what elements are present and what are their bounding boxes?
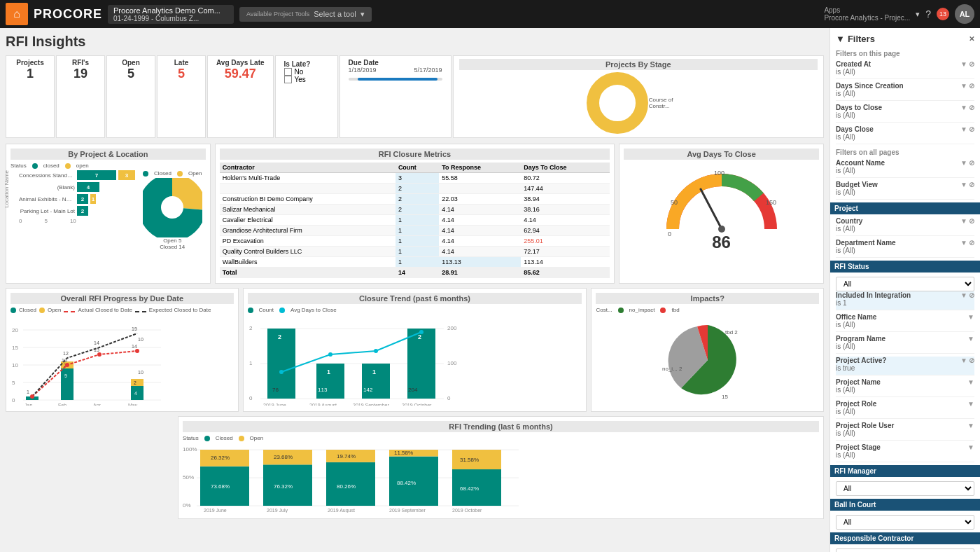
eraser-icon5[interactable]: ⊘ (969, 159, 974, 167)
col-contractor[interactable]: Contractor (220, 163, 396, 173)
date-slider[interactable] (349, 78, 442, 81)
svg-text:19: 19 (132, 326, 137, 331)
help-button[interactable]: ? (925, 8, 931, 20)
closure-table: Contractor Count To Response Days To Clo… (220, 163, 610, 278)
svg-text:14: 14 (94, 340, 99, 345)
actual-line (64, 311, 75, 312)
table-row: Grandiose Architectural Firm 1 4.14 62.9… (220, 226, 610, 236)
project-name-label: Project Name ▼ (836, 378, 974, 386)
closed-bar-1: 4 (77, 182, 99, 192)
contractor-0: Holden's Multi-Trade (220, 173, 396, 184)
svg-text:11.58%: 11.58% (394, 450, 413, 456)
gauge-chart: 0 50 100 150 (662, 163, 781, 240)
avg-label: Avg Days to Close (290, 307, 337, 313)
projects-stage-card: Projects By Stage Course of Constr... (453, 55, 824, 138)
trending-title: RFI Trending (last 6 months) (183, 421, 819, 432)
charts-row-2: Overall RFI Progress by Due Date Closed … (6, 288, 824, 412)
trend-open-dot (239, 436, 244, 441)
sort-icon7[interactable]: ▼ (960, 217, 967, 225)
due-date-label: Due Date (349, 59, 442, 67)
page-title: RFI Insights (6, 34, 824, 50)
project-selector[interactable]: Procore Analytics Demo Com... 01-24-1999… (108, 5, 234, 24)
trend-legend: Count Avg Days to Close (248, 307, 582, 313)
sort-icon4[interactable]: ▼ (960, 125, 967, 133)
no-label: No (295, 68, 304, 76)
eraser-icon4[interactable]: ⊘ (969, 125, 974, 133)
responsible-contractor-dropdown[interactable]: All (836, 548, 974, 552)
actual-label: Actual Closed to Date (78, 307, 132, 313)
sort-icon12[interactable]: ▼ (960, 357, 967, 364)
user-avatar[interactable]: AL (955, 4, 974, 24)
project-role-label: Project Role ▼ (836, 400, 974, 408)
col-days-close[interactable]: Days To Close (521, 163, 610, 173)
count-8: 1 (396, 257, 439, 268)
svg-text:15: 15 (722, 394, 728, 400)
no-checkbox[interactable] (284, 68, 292, 76)
totals-row: Total 14 28.91 85.62 (220, 268, 610, 278)
eraser-icon2[interactable]: ⊘ (969, 82, 974, 90)
eraser-icon12[interactable]: ⊘ (969, 357, 974, 364)
filter-country: Country ▼ ⊘ is (All) (836, 217, 974, 236)
sort-icon11[interactable]: ▼ (967, 335, 974, 343)
sort-icon3[interactable]: ▼ (960, 104, 967, 111)
eraser-icon6[interactable]: ⊘ (969, 181, 974, 188)
days-close2-value: is (All) (836, 133, 974, 141)
tbd-dot-red (660, 308, 666, 313)
avg-dot (279, 308, 285, 313)
home-button[interactable]: ⌂ (6, 3, 28, 25)
sort-icon16[interactable]: ▼ (967, 443, 974, 451)
svg-text:200: 200 (447, 325, 457, 331)
rfis-label: RFI's (65, 59, 96, 67)
sort-icon13[interactable]: ▼ (967, 378, 974, 386)
col-count[interactable]: Count (396, 163, 439, 173)
prog-open-label: Open (48, 307, 62, 313)
days-close-value: is (All) (836, 111, 974, 119)
eraser-icon7[interactable]: ⊘ (969, 217, 974, 225)
rfi-status-dropdown[interactable]: All (836, 277, 974, 291)
filter-office: Office Name ▼ is (All) (836, 313, 974, 332)
program-label: Program Name ▼ (836, 335, 974, 343)
trend-open-label: Open (250, 435, 264, 441)
svg-text:5: 5 (12, 380, 15, 386)
yes-checkbox[interactable] (284, 76, 292, 83)
sort-icon15[interactable]: ▼ (967, 422, 974, 429)
eraser-icon3[interactable]: ⊘ (969, 104, 974, 111)
close-filters-icon[interactable]: ✕ (969, 35, 974, 43)
svg-text:2: 2 (278, 333, 281, 340)
date-range[interactable]: 1/18/2019 5/17/2019 (349, 67, 442, 83)
svg-text:100: 100 (447, 360, 457, 366)
sort-icon10[interactable]: ▼ (967, 313, 974, 321)
sort-asc-icon[interactable]: ▼ (960, 60, 967, 68)
eraser-icon9[interactable]: ⊘ (969, 291, 974, 299)
eraser-icon[interactable]: ⊘ (969, 60, 974, 68)
main-layout: RFI Insights Projects 1 RFI's 19 Open 5 … (0, 28, 980, 552)
sort-icon14[interactable]: ▼ (967, 400, 974, 408)
eraser-icon8[interactable]: ⊘ (969, 239, 974, 247)
no-checkbox-row[interactable]: No (284, 68, 329, 76)
sort-icon9[interactable]: ▼ (960, 291, 967, 299)
location-2: Animal Exhibits - Nor... (19, 196, 75, 202)
svg-text:12: 12 (63, 351, 69, 356)
on-page-label: Filters on this page (836, 50, 974, 57)
sort-icon6[interactable]: ▼ (960, 181, 967, 188)
rfi-manager-dropdown[interactable]: All (836, 481, 974, 496)
date-to: 5/17/2019 (414, 67, 442, 74)
sort-icon8[interactable]: ▼ (960, 239, 967, 247)
top-navigation: ⌂ PROCORE Procore Analytics Demo Com... … (0, 0, 980, 28)
sort-icon[interactable]: ▼ (960, 82, 967, 90)
col-to-response[interactable]: To Response (439, 163, 521, 173)
notification-badge[interactable]: 13 (937, 8, 949, 20)
ball-in-court-dropdown[interactable]: All (836, 515, 974, 530)
svg-text:2: 2 (134, 380, 136, 385)
trend-closed-dot (204, 436, 210, 441)
trend-status-label: Status (183, 435, 199, 441)
svg-text:19.74%: 19.74% (337, 453, 356, 460)
total-response: 28.91 (439, 268, 521, 278)
apps-dropdown-icon[interactable]: ▾ (916, 10, 920, 19)
sort-icon5[interactable]: ▼ (960, 159, 967, 167)
actual-dot-3 (135, 349, 139, 353)
yes-checkbox-row[interactable]: Yes (284, 76, 329, 83)
closure-table-container[interactable]: Contractor Count To Response Days To Clo… (220, 163, 610, 278)
tools-selector[interactable]: Available Project Tools Select a tool ▾ (239, 7, 372, 22)
actual-dot-1 (65, 363, 69, 367)
